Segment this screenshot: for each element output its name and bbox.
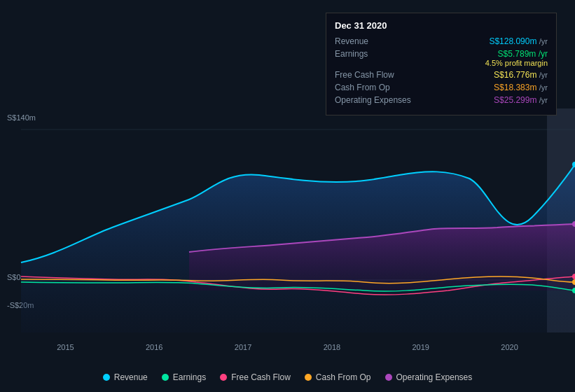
tooltip-value-cashfromop: S$18.383m /yr	[494, 83, 548, 92]
legend: Revenue Earnings Free Cash Flow Cash Fro…	[0, 372, 575, 382]
legend-item-revenue[interactable]: Revenue	[103, 372, 148, 382]
tooltip-label-earnings: Earnings	[335, 49, 426, 59]
x-label-2017: 2017	[235, 343, 251, 351]
x-axis: 2015 2016 2017 2018 2019 2020	[0, 343, 575, 351]
legend-item-fcf[interactable]: Free Cash Flow	[220, 372, 291, 382]
legend-dot-revenue	[103, 374, 110, 381]
tooltip-row-cashfromop: Cash From Op S$18.383m /yr	[335, 83, 548, 92]
tooltip-label-opex: Operating Expenses	[335, 95, 426, 105]
legend-label-opex: Operating Expenses	[396, 372, 473, 382]
legend-item-opex[interactable]: Operating Expenses	[385, 372, 473, 382]
tooltip-row-earnings: Earnings S$5.789m /yr 4.5% profit margin	[335, 49, 548, 67]
tooltip-row-revenue: Revenue S$128.090m /yr	[335, 36, 548, 46]
legend-label-cashfromop: Cash From Op	[316, 372, 371, 382]
legend-dot-fcf	[220, 374, 227, 381]
legend-label-revenue: Revenue	[114, 372, 148, 382]
legend-label-earnings: Earnings	[173, 372, 206, 382]
legend-dot-cashfromop	[305, 374, 312, 381]
tooltip-value-earnings: S$5.789m /yr	[485, 49, 548, 59]
tooltip-row-opex: Operating Expenses S$25.299m /yr	[335, 95, 548, 105]
tooltip-value-fcf: S$16.776m /yr	[494, 70, 548, 80]
legend-dot-earnings	[162, 374, 169, 381]
legend-item-cashfromop[interactable]: Cash From Op	[305, 372, 371, 382]
tooltip-date: Dec 31 2020	[335, 20, 548, 31]
legend-dot-opex	[385, 374, 392, 381]
tooltip-label-fcf: Free Cash Flow	[335, 70, 426, 80]
x-label-2020: 2020	[501, 343, 518, 351]
svg-point-2	[572, 162, 575, 167]
tooltip: Dec 31 2020 Revenue S$128.090m /yr Earni…	[326, 13, 557, 115]
tooltip-value-opex: S$25.299m /yr	[494, 95, 548, 105]
tooltip-value-revenue: S$128.090m /yr	[489, 36, 548, 46]
x-label-2018: 2018	[324, 343, 340, 351]
legend-label-fcf: Free Cash Flow	[231, 372, 291, 382]
tooltip-row-fcf: Free Cash Flow S$16.776m /yr	[335, 70, 548, 80]
chart-area: S$140m S$0 -S$20m	[0, 0, 575, 392]
x-label-2016: 2016	[146, 343, 162, 351]
chart-svg	[0, 108, 575, 332]
tooltip-label-revenue: Revenue	[335, 36, 426, 46]
x-label-2015: 2015	[57, 343, 74, 351]
tooltip-profit-margin: 4.5% profit margin	[485, 59, 548, 67]
x-label-2019: 2019	[412, 343, 429, 351]
legend-item-earnings[interactable]: Earnings	[162, 372, 206, 382]
tooltip-label-cashfromop: Cash From Op	[335, 83, 426, 92]
